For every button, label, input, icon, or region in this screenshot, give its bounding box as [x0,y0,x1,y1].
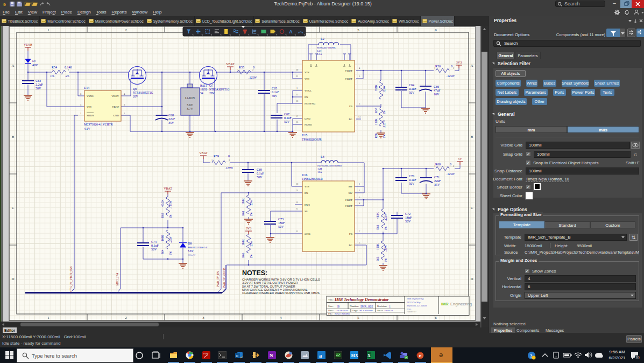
svg-text:11: 11 [296,75,298,78]
svg-text:C: C [471,206,473,210]
svg-text:IMR Technology Demonstrator: IMR Technology Demonstrator [334,297,390,302]
svg-text:1%: 1% [169,251,172,255]
svg-text:VOUT: VOUT [345,78,352,80]
svg-text:1%: 1% [383,110,386,115]
svg-text:402K: 402K [376,212,379,219]
svg-text:40V: 40V [32,64,38,67]
svg-text:2: 2 [125,316,127,320]
svg-text:X: X [367,353,371,358]
svg-text:L3: L3 [321,155,324,158]
svg-text:50V: 50V [272,94,278,97]
svg-text:PG: PG [349,118,353,121]
svg-text:18nF: 18nF [405,216,412,219]
svg-text:D8: D8 [188,242,192,245]
svg-text:3.3V AT 6.6W TOTAL OUTPUT POWE: 3.3V AT 6.6W TOTAL OUTPUT POWER [242,281,298,284]
svg-text:R57: R57 [374,108,378,113]
svg-text:1: 1 [434,165,435,167]
svg-text:FB: FB [349,233,353,235]
svg-text:VBAT: VBAT [226,62,235,66]
svg-text:6: 6 [435,316,437,320]
svg-text:18650: 18650 [200,88,207,91]
svg-text:.125W: .125W [249,76,257,79]
svg-text:VUSB: VUSB [24,43,32,46]
svg-text:.25W: .25W [250,240,253,247]
svg-text:0: 0 [450,163,451,166]
svg-text:M. Collector: M. Collector [359,309,373,312]
svg-text:.125W: .125W [383,85,386,93]
svg-text:3621 Gin Way: 3621 Gin Way [407,301,421,304]
svg-text:200mW: 200mW [188,254,196,256]
svg-text:0: 0 [228,155,230,158]
svg-text:N: N [270,353,273,358]
svg-text:1: 1 [52,68,53,71]
svg-text:2: 2 [296,115,298,117]
svg-text:IMR_002: IMR_002 [360,305,373,308]
svg-text:CHARGER WORKS WITH 3.6V OR 3.7: CHARGER WORKS WITH 3.6V OR 3.7V LI-ION C… [242,278,320,281]
svg-text:1: 1 [389,305,391,308]
svg-text:C68: C68 [168,114,174,117]
svg-text:*address*: *address* [407,310,417,313]
svg-text:11: 11 [296,230,298,233]
svg-text:C70: C70 [409,174,414,178]
svg-text:50V: 50V [409,182,415,185]
svg-text:0.1uF: 0.1uF [257,172,265,175]
svg-text:U15: U15 [302,134,307,137]
svg-text:R55: R55 [239,66,244,69]
svg-text:2: 2 [68,68,69,71]
svg-text:10 of 10: 10 of 10 [384,309,393,312]
svg-text:1%: 1% [50,74,54,78]
svg-text:C64: C64 [409,83,414,87]
svg-text:3.7V: 3.7V [187,107,194,110]
svg-text:HYS: HYS [305,204,310,206]
svg-text:50V: 50V [257,176,263,179]
svg-text:4: 4 [280,316,282,320]
svg-text:SS: SS [305,210,308,213]
svg-text:0.1uF: 0.1uF [409,178,417,182]
svg-text:D7: D7 [32,59,36,62]
svg-text:2: 2 [124,112,125,115]
svg-text:Q7: Q7 [209,84,213,87]
svg-text:A: A [289,30,293,35]
svg-text:R56: R56 [435,65,441,68]
svg-text:1%: 1% [250,212,253,217]
svg-text:a: a [319,352,322,359]
svg-text:GND: GND [113,114,119,117]
svg-text:2: 2 [252,68,253,71]
svg-text:NOTES:: NOTES: [242,269,267,277]
svg-text:.25W: .25W [250,199,253,206]
svg-text:0.1uF: 0.1uF [272,90,280,94]
svg-text:A: A [11,64,14,68]
svg-text:VOUT: VOUT [345,199,352,201]
svg-text:Size:: Size: [328,305,334,308]
svg-text:B: B [337,305,339,308]
svg-text:MCP73826-4.1VCHTR: MCP73826-4.1VCHTR [84,123,113,126]
svg-text:SDR0403-1R0ML: SDR0403-1R0ML [317,46,336,49]
svg-text:1: 1 [80,112,81,115]
svg-text:3: 3 [202,316,204,320]
svg-text:U14: U14 [84,86,89,89]
svg-text:47uF: 47uF [434,89,441,92]
svg-text:ə: ə [3,1,6,7]
svg-text:VIN: VIN [305,78,309,80]
svg-text:PLP2020BZERTR0M01: PLP2020BZERTR0M01 [317,164,342,167]
svg-text:22uF: 22uF [434,179,441,183]
svg-text:R64: R64 [161,249,164,254]
svg-text:R63: R63 [376,225,379,229]
svg-text:1%: 1% [250,254,253,259]
svg-text:EN: EN [305,96,308,99]
svg-text:1: 1 [47,28,49,32]
svg-text:1: 1 [434,67,435,69]
svg-text:2: 2 [359,189,360,192]
svg-text:2.2uF: 2.2uF [36,83,44,86]
svg-text:6: 6 [435,28,437,32]
svg-text:5V: 5V [458,157,462,160]
svg-text:50V: 50V [278,225,284,228]
svg-text:35V: 35V [168,121,174,124]
svg-text:1%: 1% [169,214,172,219]
svg-text:Q6: Q6 [133,87,137,90]
svg-text:VIN: VIN [87,106,91,108]
svg-text:B: B [12,135,15,139]
svg-text:137K: 137K [374,118,378,125]
svg-text:.125W: .125W [225,166,233,170]
svg-text:1%: 1% [383,134,386,138]
